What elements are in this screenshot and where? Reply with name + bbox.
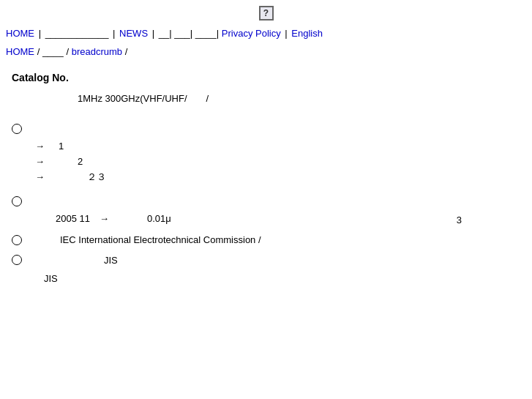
iec-line: IEC International Electrotechnical Commi… xyxy=(60,234,261,245)
arrow-label-2: 2 xyxy=(49,155,83,168)
main-content: Catalog No. 1MHz 300GHz(VHF/UHF/ / → 1 →… xyxy=(0,63,532,293)
catalog-line: 1MHz 300GHz(VHF/UHF/ / xyxy=(78,92,520,105)
nav-blank1: ____________ xyxy=(45,28,109,39)
radio-item-1[interactable] xyxy=(12,123,520,134)
radio-circle-2 xyxy=(12,196,22,206)
radio-item-2[interactable] xyxy=(12,195,520,206)
nav-sep1: | xyxy=(39,28,41,39)
arrow-icon-1: → xyxy=(35,141,45,152)
jis-label2: JIS xyxy=(44,273,520,284)
radio-item-3[interactable]: IEC International Electrotechnical Commi… xyxy=(12,234,520,248)
radio-circle-3 xyxy=(12,235,22,245)
nav-sep3: | xyxy=(152,28,154,39)
nav-english-link[interactable]: English xyxy=(291,28,323,39)
radio-circle-1 xyxy=(12,124,22,134)
catalog-title: Catalog No. xyxy=(12,72,520,83)
arrow-list: → 1 → 2 → ２３ xyxy=(35,140,520,184)
arrow-icon-3: → xyxy=(35,171,45,182)
breadcrumb-home-link[interactable]: HOME xyxy=(6,46,34,57)
nav-dash3: ____| xyxy=(195,28,219,39)
breadcrumb-sep1: / xyxy=(37,46,40,57)
number-3: 3 xyxy=(457,215,462,225)
nav-home-link[interactable]: HOME xyxy=(6,28,34,39)
jis-label1: JIS xyxy=(28,254,118,267)
nav-sep2: | xyxy=(113,28,115,39)
nav-sep5: | xyxy=(285,28,287,39)
breadcrumb-blank: ____ xyxy=(42,46,64,57)
logo-icon: ? xyxy=(259,6,274,20)
arrow-icon-2: → xyxy=(35,156,45,167)
nav-news-link[interactable]: NEWS xyxy=(119,28,148,39)
arrow-row-1: → 1 xyxy=(35,140,520,153)
breadcrumb: HOME / ____ / breadcrumb / xyxy=(0,45,532,63)
breadcrumb-crumb-link[interactable]: breadcrumb xyxy=(72,46,122,57)
nav-dash1: __| xyxy=(159,28,172,39)
nav-privacy-link[interactable]: Privacy Policy xyxy=(222,28,281,39)
note-line: 2005 11 → 0.01μ xyxy=(56,212,171,225)
radio-item-4[interactable]: JIS xyxy=(12,254,520,267)
radio-circle-4 xyxy=(12,255,22,265)
breadcrumb-sep3: / xyxy=(125,46,128,57)
arrow-label-3: ２３ xyxy=(49,171,106,184)
arrow-row-2: → 2 xyxy=(35,155,520,168)
nav-bar: HOME | ____________ | NEWS | __| ___| __… xyxy=(0,23,532,45)
arrow-row-3: → ２３ xyxy=(35,171,520,184)
breadcrumb-sep2: / xyxy=(66,46,69,57)
arrow-label-1: 1 xyxy=(49,140,64,153)
nav-dash2: ___| xyxy=(174,28,192,39)
